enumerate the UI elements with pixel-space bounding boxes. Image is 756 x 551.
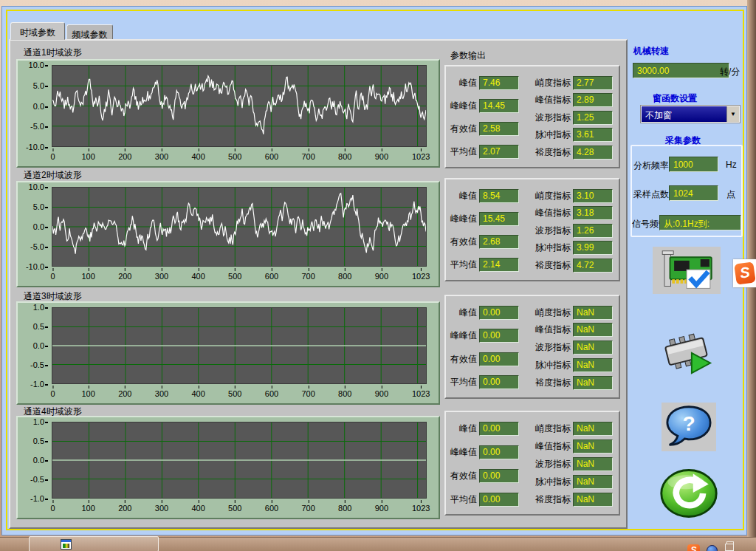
tab-freq-domain[interactable]: 频域参数 xyxy=(66,24,113,40)
chart1-title: 通道1时域波形 xyxy=(24,47,82,59)
x-tick-label: 1023 xyxy=(412,152,430,161)
x-tick-label: 400 xyxy=(191,152,205,161)
param-row: 峰值8.54 xyxy=(450,188,519,203)
param-value-box: 2.77 xyxy=(573,76,613,90)
restore-windows-icon[interactable] xyxy=(726,541,734,547)
y-tick-label: 0.0 xyxy=(33,456,48,465)
chevron-down-icon[interactable]: ▼ xyxy=(726,106,739,122)
waveform-svg xyxy=(52,308,426,383)
param-value-box: 0.00 xyxy=(479,445,519,459)
device-check-button[interactable] xyxy=(653,247,721,294)
x-tick-label: 300 xyxy=(155,272,168,281)
x-tick-label: 200 xyxy=(118,504,131,513)
param-row: 裕度指标4.72 xyxy=(535,258,613,273)
param-row: 峰峰值0.00 xyxy=(450,445,519,459)
x-tick-label: 200 xyxy=(118,272,131,281)
waveform-svg xyxy=(52,66,426,146)
x-tick-label: 0 xyxy=(50,389,55,398)
x-tick-label: 400 xyxy=(191,389,205,398)
param-value-box: 2.07 xyxy=(479,145,519,159)
x-tick-label: 100 xyxy=(81,504,94,513)
y-tick-label: 0.0 xyxy=(33,341,48,350)
x-tick-label: 900 xyxy=(375,152,388,161)
param-value-box: 3.99 xyxy=(573,241,613,255)
param-row: 有效值0.00 xyxy=(450,352,519,366)
x-tick-label: 1023 xyxy=(412,272,430,281)
param-row: 峰值0.00 xyxy=(450,421,519,436)
param-row: 峰值0.00 xyxy=(450,305,519,320)
x-tick-label: 100 xyxy=(81,389,94,398)
chart-channel2: 10.05.00.0-5.0-10.0 01002003004005006007… xyxy=(16,181,440,287)
signal-band-input[interactable]: 从:0.1Hz到: xyxy=(659,215,741,230)
taskbar-app-button[interactable] xyxy=(29,536,159,551)
param-row: 峰峰值15.45 xyxy=(450,211,519,226)
param-value-box: NaN xyxy=(573,376,613,390)
pci-card-check-icon xyxy=(654,248,719,292)
x-tick-label: 800 xyxy=(338,389,351,398)
tray-blue-icon[interactable] xyxy=(707,545,718,551)
param-value-box: 8.54 xyxy=(479,189,519,203)
param-row: 峰峰值14.45 xyxy=(450,98,519,113)
x-tick-label: 600 xyxy=(265,389,278,398)
window-fn-dropdown[interactable]: 不加窗 ▼ xyxy=(641,106,740,123)
speed-label: 机械转速 xyxy=(633,45,669,58)
param-row: 波形指标1.25 xyxy=(535,110,613,125)
x-tick-label: 0 xyxy=(50,152,55,161)
param-value-box: 3.10 xyxy=(573,189,613,203)
param-value-box: NaN xyxy=(573,306,613,320)
x-tick-label: 900 xyxy=(375,504,388,513)
taskbar[interactable]: S xyxy=(0,537,756,551)
chart-channel3: 1.00.50.0-0.5-1.0 0100200300400500600700… xyxy=(16,301,440,405)
refresh-button[interactable] xyxy=(656,467,721,520)
param-value-box: 0.00 xyxy=(479,375,519,389)
param-row: 脉冲指标NaN xyxy=(535,357,613,372)
y-tick-label: -5.0 xyxy=(30,242,48,251)
system-tray: S xyxy=(687,544,718,551)
x-tick-label: 900 xyxy=(375,389,388,398)
analysis-freq-input[interactable]: 1000 xyxy=(669,157,718,172)
x-tick-label: 800 xyxy=(338,272,351,281)
param-row: 平均值2.07 xyxy=(450,145,519,160)
param-panel-ch2: 峰值8.54峰峰值15.45有效值2.68平均值2.14峭度指标3.10峰值指标… xyxy=(444,178,620,281)
x-tick-label: 1023 xyxy=(412,504,430,513)
help-button[interactable]: ? xyxy=(662,403,716,451)
x-tick-label: 100 xyxy=(81,272,94,281)
help-bubble-icon: ? xyxy=(663,404,715,450)
plot-area xyxy=(52,307,427,384)
param-row: 波形指标NaN xyxy=(535,456,613,471)
y-tick-label: 1.0 xyxy=(33,303,48,312)
acq-row-unit: Hz xyxy=(726,160,737,170)
param-value-box: 15.45 xyxy=(479,212,519,226)
sogou-input-bar[interactable]: S xyxy=(733,259,756,287)
param-label: 裕度指标 xyxy=(535,259,571,272)
x-tick-label: 700 xyxy=(301,272,315,281)
param-row: 平均值0.00 xyxy=(450,375,519,390)
chip-run-button[interactable] xyxy=(659,324,718,377)
param-label: 脉冲指标 xyxy=(535,129,571,141)
y-tick-label: -1.0 xyxy=(30,494,48,503)
tab-time-domain[interactable]: 时域参数 xyxy=(10,22,65,40)
param-panel-ch3: 峰值0.00峰峰值0.00有效值0.00平均值0.00峭度指标NaN峰值指标Na… xyxy=(444,295,620,399)
y-tick-label: 1.0 xyxy=(33,417,48,426)
x-axis: 01002003004005006007008009001023 xyxy=(52,151,427,163)
param-value-box: NaN xyxy=(573,340,613,355)
x-tick-label: 400 xyxy=(191,504,205,513)
param-value-box: 4.28 xyxy=(573,146,613,160)
param-row: 裕度指标NaN xyxy=(535,492,613,507)
param-row: 峰值指标2.89 xyxy=(535,93,613,108)
param-label: 裕度指标 xyxy=(535,146,571,159)
sample-count-input[interactable]: 1024 xyxy=(669,185,718,201)
sogou-tray-icon[interactable]: S xyxy=(687,544,700,551)
plot-area xyxy=(52,187,427,267)
desktop: 时域参数 频域参数 通道1时域波形 10.05.00.0-5.0-10.0 01… xyxy=(0,0,756,551)
param-label: 峭度指标 xyxy=(535,307,571,319)
y-tick-label: -10.0 xyxy=(26,262,48,271)
param-row: 裕度指标4.28 xyxy=(535,145,613,160)
param-value-box: 3.61 xyxy=(573,128,613,142)
acq-params-label: 采集参数 xyxy=(665,134,701,147)
y-axis: 10.05.00.0-5.0-10.0 xyxy=(18,65,49,147)
param-label: 峰值指标 xyxy=(535,94,571,106)
param-label: 峭度指标 xyxy=(535,190,571,202)
speed-input[interactable]: 3000.00 xyxy=(633,63,729,78)
param-value-box: NaN xyxy=(573,358,613,372)
